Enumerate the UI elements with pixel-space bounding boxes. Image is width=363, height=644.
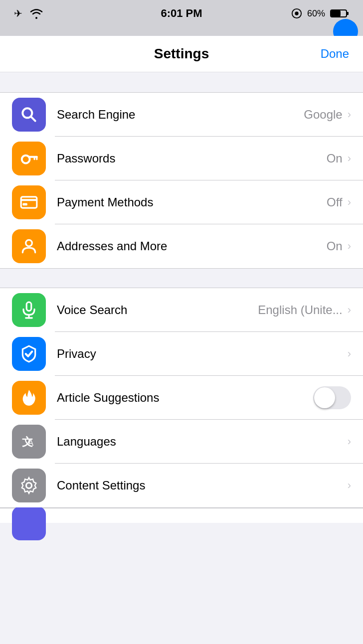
search-engine-label: Search Engine	[57, 108, 135, 122]
article-suggestions-toggle[interactable]	[313, 386, 351, 409]
voice-search-content: Voice Search English (Unite... ›	[57, 303, 351, 317]
languages-row[interactable]: 文 A Languages ›	[0, 420, 363, 464]
passwords-chevron: ›	[348, 152, 351, 165]
payment-icon-bg	[12, 185, 46, 219]
search-engine-content: Search Engine Google ›	[57, 108, 351, 122]
voice-search-label: Voice Search	[57, 303, 127, 317]
card-icon	[19, 193, 38, 212]
key-icon	[19, 149, 38, 168]
section-gap-2	[0, 269, 363, 288]
person-icon	[19, 237, 38, 256]
svg-rect-15	[26, 302, 31, 311]
passwords-right: On ›	[327, 152, 351, 165]
passwords-content: Passwords On ›	[57, 152, 351, 165]
article-suggestions-content: Article Suggestions	[57, 386, 351, 409]
content-settings-chevron: ›	[348, 479, 351, 492]
content-settings-icon-bg	[12, 469, 46, 502]
payment-label: Payment Methods	[57, 195, 153, 209]
payment-methods-row[interactable]: Payment Methods Off ›	[0, 180, 363, 224]
passwords-row[interactable]: Passwords On ›	[0, 137, 363, 180]
addresses-value: On	[327, 239, 343, 253]
search-engine-value: Google	[304, 108, 342, 122]
svg-point-14	[26, 240, 32, 246]
content-settings-right: ›	[348, 479, 351, 492]
privacy-right: ›	[348, 347, 351, 360]
partial-icon	[12, 506, 46, 540]
partial-row	[0, 508, 363, 523]
svg-point-1	[295, 11, 298, 15]
gear-icon	[19, 476, 38, 495]
passwords-label: Passwords	[57, 152, 115, 165]
svg-rect-13	[22, 203, 27, 206]
search-icon	[19, 105, 38, 124]
addresses-row[interactable]: Addresses and More On ›	[0, 224, 363, 268]
flame-icon	[19, 388, 38, 407]
top-blue-area	[0, 27, 363, 36]
languages-label: Languages	[57, 435, 116, 449]
languages-content: Languages ›	[57, 435, 351, 449]
status-right: 60%	[291, 8, 349, 19]
done-button[interactable]: Done	[321, 47, 349, 61]
voice-search-icon-bg	[12, 293, 46, 327]
battery-icon	[330, 8, 349, 18]
privacy-chevron: ›	[348, 347, 351, 360]
shield-icon	[19, 344, 38, 363]
payment-chevron: ›	[348, 196, 351, 209]
svg-text:A: A	[28, 439, 33, 447]
article-suggestions-right	[313, 386, 351, 409]
airplane-icon: ✈	[14, 7, 22, 19]
payment-value: Off	[327, 195, 343, 209]
addresses-icon-bg	[12, 229, 46, 263]
svg-line-6	[31, 117, 35, 121]
section-gap-1	[0, 72, 363, 92]
translate-icon: 文 A	[19, 432, 38, 451]
battery-percent: 60%	[307, 8, 325, 19]
languages-chevron: ›	[348, 435, 351, 448]
voice-search-right: English (Unite... ›	[258, 303, 351, 317]
languages-right: ›	[348, 435, 351, 448]
privacy-content: Privacy ›	[57, 347, 351, 361]
article-suggestions-label: Article Suggestions	[57, 391, 159, 405]
passwords-icon-bg	[12, 142, 46, 175]
svg-rect-4	[331, 10, 341, 16]
wifi-icon	[29, 8, 43, 19]
payment-content: Payment Methods Off ›	[57, 195, 351, 209]
article-suggestions-row[interactable]: Article Suggestions	[0, 376, 363, 420]
settings-group-2: Voice Search English (Unite... › Privacy…	[0, 288, 363, 508]
svg-point-20	[26, 483, 31, 488]
addresses-content: Addresses and More On ›	[57, 239, 351, 253]
status-left: ✈	[14, 7, 43, 19]
content-settings-label: Content Settings	[57, 479, 145, 492]
search-engine-chevron: ›	[348, 108, 351, 121]
voice-search-row[interactable]: Voice Search English (Unite... ›	[0, 288, 363, 332]
privacy-row[interactable]: Privacy ›	[0, 332, 363, 376]
addresses-chevron: ›	[348, 240, 351, 253]
settings-title: Settings	[154, 46, 209, 62]
search-engine-right: Google ›	[304, 108, 351, 122]
addresses-right: On ›	[327, 239, 351, 253]
settings-header: Settings Done	[0, 36, 363, 72]
voice-search-chevron: ›	[348, 304, 351, 317]
content-settings-content: Content Settings ›	[57, 479, 351, 492]
search-engine-icon-bg	[12, 98, 46, 132]
passwords-value: On	[327, 152, 343, 165]
search-engine-row[interactable]: Search Engine Google ›	[0, 93, 363, 137]
article-suggestions-icon-bg	[12, 381, 46, 415]
svg-rect-11	[21, 197, 37, 208]
settings-group-1: Search Engine Google › Passwords On ›	[0, 92, 363, 269]
content-settings-row[interactable]: Content Settings ›	[0, 464, 363, 507]
toggle-knob	[314, 387, 335, 408]
addresses-label: Addresses and More	[57, 239, 167, 253]
privacy-label: Privacy	[57, 347, 96, 361]
mic-icon	[19, 301, 38, 320]
payment-right: Off ›	[327, 195, 351, 209]
svg-rect-3	[347, 12, 349, 15]
privacy-icon-bg	[12, 337, 46, 371]
voice-search-value: English (Unite...	[258, 303, 342, 317]
status-time: 6:01 PM	[161, 7, 202, 20]
languages-icon-bg: 文 A	[12, 425, 46, 459]
status-bar: ✈ 6:01 PM 60%	[0, 0, 363, 27]
location-icon	[291, 8, 302, 19]
